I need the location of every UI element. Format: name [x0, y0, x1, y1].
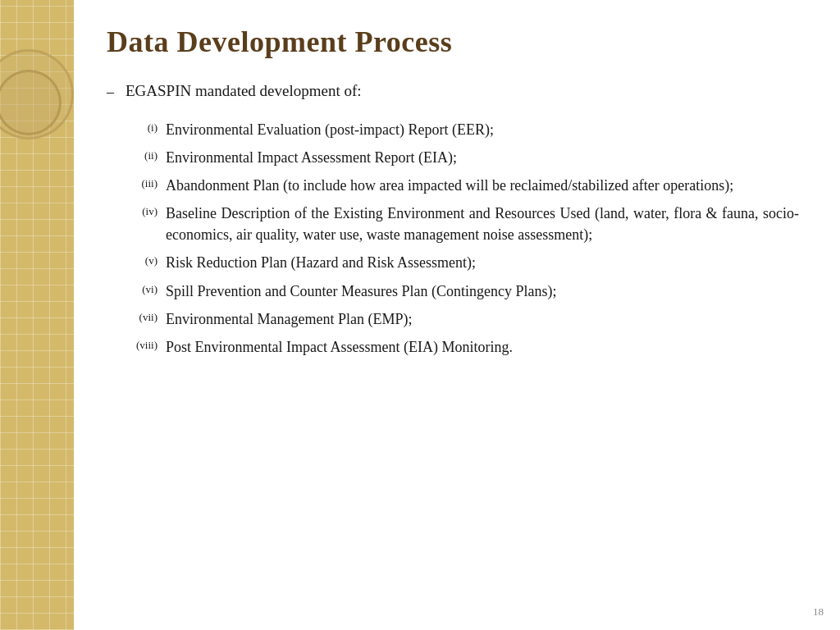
items-list: (i)Environmental Evaluation (post-impact…	[123, 119, 799, 364]
list-marker: (viii)	[123, 338, 166, 354]
list-marker: (v)	[123, 253, 166, 269]
list-marker: (iii)	[123, 176, 166, 192]
list-item: (v)Risk Reduction Plan (Hazard and Risk …	[123, 252, 799, 273]
slide-title: Data Development Process	[107, 25, 799, 59]
list-marker: (vi)	[123, 282, 166, 298]
main-bullet: – EGASPIN mandated development of:	[107, 82, 799, 101]
circle-decoration	[0, 49, 82, 148]
left-decoration	[0, 0, 74, 630]
slide-content: Data Development Process – EGASPIN manda…	[74, 0, 840, 630]
list-marker: (ii)	[123, 148, 166, 164]
list-item: (vi)Spill Prevention and Counter Measure…	[123, 281, 799, 302]
list-item: (viii)Post Environmental Impact Assessme…	[123, 336, 799, 358]
main-bullet-text: EGASPIN mandated development of:	[126, 82, 362, 100]
list-text: Environmental Evaluation (post-impact) R…	[166, 119, 799, 140]
list-item: (iv)Baseline Description of the Existing…	[123, 203, 799, 245]
list-marker: (vii)	[123, 310, 166, 326]
list-marker: (i)	[123, 121, 166, 136]
slide: Data Development Process – EGASPIN manda…	[0, 0, 840, 630]
list-text: Baseline Description of the Existing Env…	[166, 203, 799, 245]
list-marker: (iv)	[123, 204, 166, 220]
list-item: (ii)Environmental Impact Assessment Repo…	[123, 147, 799, 168]
list-text: Risk Reduction Plan (Hazard and Risk Ass…	[166, 252, 799, 273]
list-text: Environmental Impact Assessment Report (…	[166, 147, 799, 168]
list-item: (iii)Abandonment Plan (to include how ar…	[123, 175, 799, 196]
list-item: (i)Environmental Evaluation (post-impact…	[123, 119, 799, 140]
list-text: Environmental Management Plan (EMP);	[166, 308, 799, 330]
list-item: (vii)Environmental Management Plan (EMP)…	[123, 308, 799, 330]
list-text: Abandonment Plan (to include how area im…	[166, 175, 799, 196]
page-number: 18	[813, 605, 824, 619]
list-text: Spill Prevention and Counter Measures Pl…	[166, 281, 799, 302]
bullet-dash: –	[107, 84, 114, 101]
list-text: Post Environmental Impact Assessment (EI…	[166, 336, 799, 358]
